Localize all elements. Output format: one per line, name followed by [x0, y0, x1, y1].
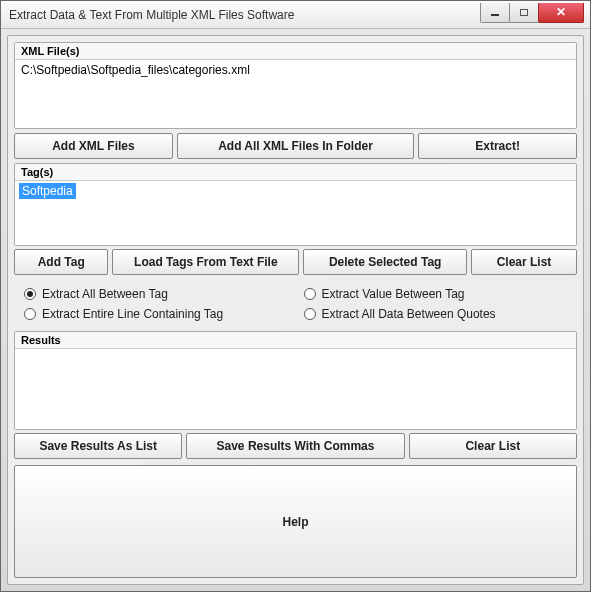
close-icon: ✕	[556, 5, 566, 19]
minimize-icon	[491, 14, 499, 16]
radio-dot-icon	[24, 308, 36, 320]
results-group: Results	[14, 331, 577, 430]
radio-label: Extract All Between Tag	[42, 287, 168, 301]
titlebar[interactable]: Extract Data & Text From Multiple XML Fi…	[1, 1, 590, 29]
add-folder-button[interactable]: Add All XML Files In Folder	[177, 133, 414, 159]
close-button[interactable]: ✕	[538, 3, 584, 23]
files-group-label: XML File(s)	[15, 43, 576, 60]
maximize-icon	[520, 9, 528, 16]
tags-listbox[interactable]: Softpedia	[15, 181, 576, 245]
radio-extract-value-between[interactable]: Extract Value Between Tag	[304, 287, 568, 301]
radio-extract-quotes[interactable]: Extract All Data Between Quotes	[304, 307, 568, 321]
results-button-row: Save Results As List Save Results With C…	[14, 430, 577, 461]
tags-group: Tag(s) Softpedia	[14, 163, 577, 246]
window-title: Extract Data & Text From Multiple XML Fi…	[9, 8, 481, 22]
radio-label: Extract Value Between Tag	[322, 287, 465, 301]
save-results-list-button[interactable]: Save Results As List	[14, 433, 182, 459]
files-group: XML File(s) C:\Softpedia\Softpedia_files…	[14, 42, 577, 129]
files-listbox[interactable]: C:\Softpedia\Softpedia_files\categories.…	[15, 60, 576, 128]
radio-extract-entire-line[interactable]: Extract Entire Line Containing Tag	[24, 307, 288, 321]
clear-tags-button[interactable]: Clear List	[471, 249, 577, 275]
save-results-commas-button[interactable]: Save Results With Commas	[186, 433, 404, 459]
list-item[interactable]: C:\Softpedia\Softpedia_files\categories.…	[19, 62, 572, 78]
minimize-button[interactable]	[480, 3, 510, 23]
app-window: Extract Data & Text From Multiple XML Fi…	[0, 0, 591, 592]
add-xml-files-button[interactable]: Add XML Files	[14, 133, 173, 159]
results-listbox[interactable]	[15, 349, 576, 429]
results-group-label: Results	[15, 332, 576, 349]
load-tags-button[interactable]: Load Tags From Text File	[112, 249, 299, 275]
client-area: XML File(s) C:\Softpedia\Softpedia_files…	[7, 35, 584, 585]
window-controls: ✕	[481, 3, 590, 23]
tags-group-label: Tag(s)	[15, 164, 576, 181]
extract-options: Extract All Between Tag Extract Value Be…	[14, 279, 577, 331]
radio-dot-icon	[304, 288, 316, 300]
help-button[interactable]: Help	[14, 465, 577, 578]
radio-extract-all-between[interactable]: Extract All Between Tag	[24, 287, 288, 301]
radio-label: Extract All Data Between Quotes	[322, 307, 496, 321]
add-tag-button[interactable]: Add Tag	[14, 249, 108, 275]
list-item[interactable]: Softpedia	[19, 183, 76, 199]
maximize-button[interactable]	[509, 3, 539, 23]
delete-tag-button[interactable]: Delete Selected Tag	[303, 249, 467, 275]
extract-button[interactable]: Extract!	[418, 133, 577, 159]
clear-results-button[interactable]: Clear List	[409, 433, 577, 459]
tags-button-row: Add Tag Load Tags From Text File Delete …	[14, 246, 577, 277]
radio-label: Extract Entire Line Containing Tag	[42, 307, 223, 321]
radio-dot-icon	[304, 308, 316, 320]
radio-dot-icon	[24, 288, 36, 300]
files-button-row: Add XML Files Add All XML Files In Folde…	[14, 129, 577, 161]
